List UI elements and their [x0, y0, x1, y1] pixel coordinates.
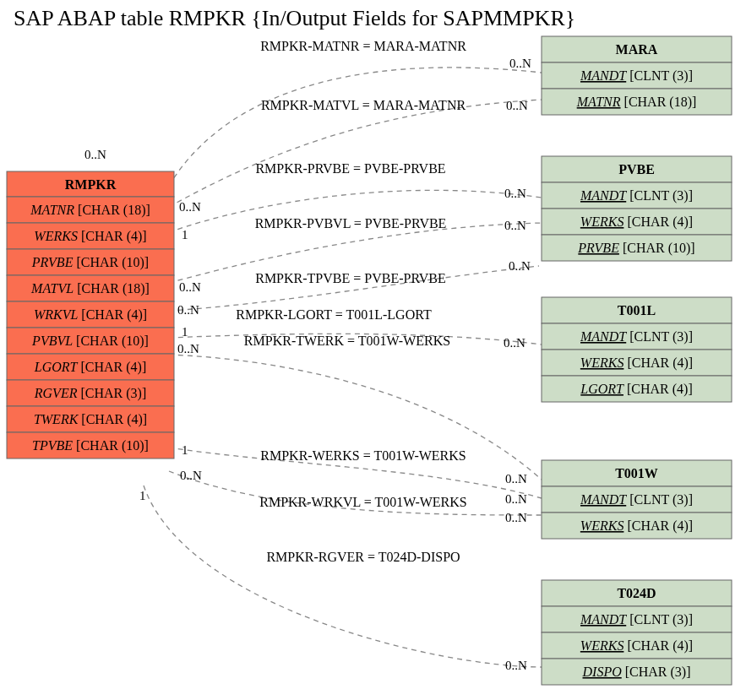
relation-label: RMPKR-WRKVL = T001W-WERKS — [259, 495, 466, 509]
cardinality: 0..N — [179, 200, 201, 214]
table-rmpkr: RMPKR MATNR [CHAR (18)]WERKS [CHAR (4)]P… — [7, 171, 174, 459]
table-field: WERKS [CHAR (4)] — [34, 229, 146, 244]
table-field: TPVBE [CHAR (10)] — [32, 438, 149, 453]
table-field: MANDT [CLNT (3)] — [580, 188, 693, 203]
table-name: RMPKR — [65, 177, 117, 192]
relation-label: RMPKR-TWERK = T001W-WERKS — [244, 334, 450, 348]
cardinality: 1 — [182, 325, 188, 339]
table-field: LGORT [CHAR (4)] — [580, 382, 692, 397]
table-t001l: T001LMANDT [CLNT (3)]WERKS [CHAR (4)]LGO… — [542, 297, 732, 402]
cardinality: 0..N — [84, 148, 106, 161]
table-field: RGVER [CHAR (3)] — [34, 386, 146, 401]
cardinality: 0..N — [505, 472, 527, 486]
relation-label: RMPKR-PRVBE = PVBE-PRVBE — [255, 161, 445, 176]
cardinality: 1 — [139, 489, 146, 502]
table-field: WERKS [CHAR (4)] — [580, 638, 693, 654]
table-field: MANDT [CLNT (3)] — [580, 329, 693, 345]
table-name: T001W — [615, 466, 658, 480]
table-field: MATNR [CHAR (18)] — [576, 95, 697, 110]
cardinality: 0..N — [506, 99, 528, 112]
table-field: MANDT [CLNT (3)] — [580, 68, 693, 84]
table-name: PVBE — [618, 162, 655, 176]
relation-label: RMPKR-PVBVL = PVBE-PRVBE — [255, 216, 447, 231]
table-pvbe: PVBEMANDT [CLNT (3)]WERKS [CHAR (4)]PRVB… — [542, 156, 732, 261]
table-t024d: T024DMANDT [CLNT (3)]WERKS [CHAR (4)]DIS… — [542, 580, 732, 685]
cardinality: 0..N — [504, 336, 525, 350]
table-name: MARA — [616, 42, 658, 57]
cardinality: 1 — [182, 228, 188, 241]
cardinality: 0..N — [509, 259, 531, 273]
diagram-title: SAP ABAP table RMPKR {In/Output Fields f… — [14, 6, 575, 30]
cardinality: 0..N — [505, 492, 527, 506]
table-name: T001L — [618, 303, 656, 317]
cardinality: 0..N — [504, 187, 526, 200]
relation-label: RMPKR-RGVER = T024D-DISPO — [266, 550, 460, 564]
table-mara: MARAMANDT [CLNT (3)]MATNR [CHAR (18)] — [542, 36, 732, 115]
table-field: DISPO [CHAR (3)] — [582, 665, 691, 680]
table-field: LGORT [CHAR (4)] — [34, 360, 146, 375]
relation-label: RMPKR-MATVL = MARA-MATNR — [261, 98, 466, 112]
table-field: WRKVL [CHAR (4)] — [34, 307, 147, 323]
table-field: WERKS [CHAR (4)] — [580, 214, 693, 230]
table-field: WERKS [CHAR (4)] — [580, 355, 693, 371]
table-field: MATVL [CHAR (18)] — [30, 281, 150, 296]
cardinality: 0..N — [177, 303, 199, 317]
table-field: PRVBE [CHAR (10)] — [31, 255, 149, 270]
table-field: WERKS [CHAR (4)] — [580, 518, 693, 534]
table-field: PVBVL [CHAR (10)] — [31, 334, 149, 349]
cardinality: 0..N — [505, 659, 527, 672]
cardinality: 1 — [182, 443, 188, 457]
er-diagram: SAP ABAP table RMPKR {In/Output Fields f… — [0, 0, 746, 700]
table-field: MANDT [CLNT (3)] — [580, 612, 693, 627]
table-name: T024D — [617, 586, 656, 600]
cardinality: 0..N — [504, 219, 526, 232]
table-field: PRVBE [CHAR (10)] — [577, 241, 694, 256]
cardinality: 0..N — [177, 342, 199, 355]
cardinality: 0..N — [509, 57, 531, 70]
edge — [169, 100, 542, 207]
table-field: MATNR [CHAR (18)] — [30, 203, 150, 218]
relation-label: RMPKR-TPVBE = PVBE-PRVBE — [255, 271, 446, 285]
cardinality: 0..N — [505, 511, 527, 524]
relation-label: RMPKR-WERKS = T001W-WERKS — [260, 448, 466, 463]
table-field: MANDT [CLNT (3)] — [580, 492, 693, 507]
cardinality: 0..N — [179, 280, 201, 294]
relation-label: RMPKR-LGORT = T001L-LGORT — [236, 307, 432, 322]
relation-label: RMPKR-MATNR = MARA-MATNR — [260, 39, 466, 53]
table-t001w: T001WMANDT [CLNT (3)]WERKS [CHAR (4)] — [542, 460, 732, 539]
table-field: TWERK [CHAR (4)] — [34, 412, 147, 427]
cardinality: 0..N — [180, 469, 202, 482]
edge — [144, 486, 542, 667]
